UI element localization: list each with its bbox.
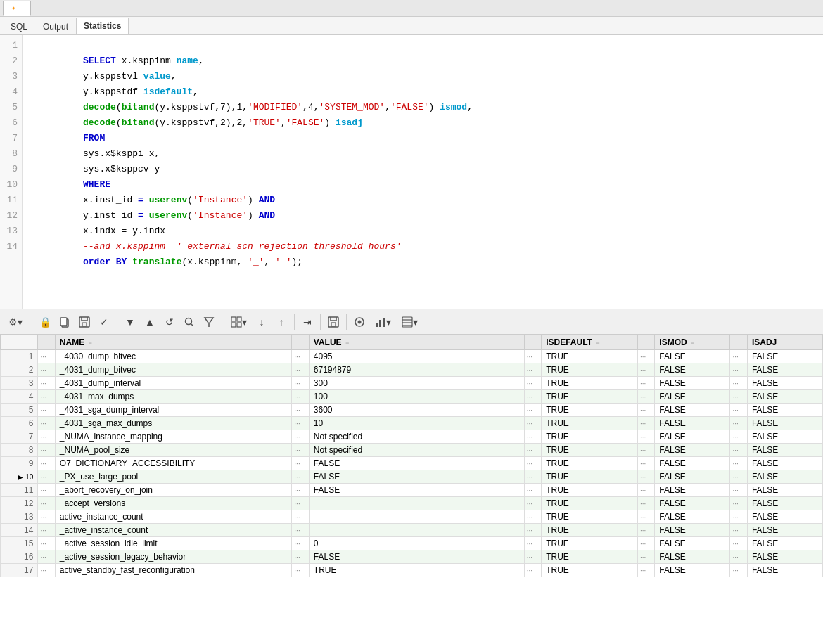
table-row[interactable]: 2···_4031_dump_bitvec···67194879···TRUE·…: [1, 363, 823, 377]
indent-button[interactable]: ⇥: [298, 313, 317, 331]
cell-indicator-4: ···: [637, 457, 654, 470]
query-tab[interactable]: 🔸: [3, 1, 31, 16]
cell-name: active_standby_fast_reconfiguration: [55, 564, 291, 577]
run-up-button[interactable]: ▲: [141, 313, 159, 331]
save-state-button[interactable]: [75, 313, 94, 331]
check-button[interactable]: ✓: [95, 313, 113, 331]
cell-indicator-2: ···: [292, 350, 309, 363]
cell-indicator-3: ···: [524, 417, 541, 430]
table-row[interactable]: 7···_NUMA_instance_mapping···Not specifi…: [1, 430, 823, 444]
cell-value: 100: [309, 390, 524, 404]
tab-sql[interactable]: SQL: [3, 18, 35, 34]
cell-isdefault: TRUE: [542, 537, 638, 550]
cell-rownum: 6: [1, 417, 38, 430]
table-row[interactable]: 3···_4031_dump_interval···300···TRUE···F…: [1, 377, 823, 390]
cell-indicator-3: ···: [524, 377, 541, 390]
run-down-button[interactable]: ▼: [121, 313, 139, 331]
cell-isdefault: TRUE: [542, 470, 638, 484]
cell-name: _4031_sga_dump_interval: [55, 404, 291, 417]
cell-isadj: FALSE: [747, 404, 822, 417]
sep-1: [32, 314, 32, 330]
svg-rect-17: [383, 318, 385, 327]
cell-ismod: FALSE: [655, 377, 730, 390]
svg-rect-8: [237, 317, 241, 321]
cell-value: FALSE: [309, 484, 524, 497]
cell-isadj: FALSE: [747, 444, 822, 457]
table-row[interactable]: 11···_abort_recovery_on_join···FALSE···T…: [1, 484, 823, 497]
settings-button[interactable]: ⚙▾: [3, 313, 28, 331]
copy-button[interactable]: [56, 313, 74, 331]
cell-indicator-4: ···: [637, 564, 654, 577]
cell-indicator-1: ···: [38, 377, 55, 390]
tab-output[interactable]: Output: [35, 18, 76, 34]
cell-indicator-3: ···: [524, 404, 541, 417]
connect-button[interactable]: [350, 313, 369, 331]
sql-editor[interactable]: 1 2 3 4 5 6 7 8 9 10 11 12 13 14 SELECT …: [0, 35, 823, 309]
table-row[interactable]: 12···_accept_versions······TRUE···FALSE·…: [1, 497, 823, 510]
cell-value: [309, 524, 524, 537]
cell-indicator-1: ···: [38, 363, 55, 377]
cell-isadj: FALSE: [747, 350, 822, 363]
cell-indicator-4: ···: [637, 497, 654, 510]
col-header-isadj[interactable]: ISADJ: [747, 335, 822, 350]
col-header-ismod[interactable]: ISMOD ≡: [655, 335, 730, 350]
cell-isdefault: TRUE: [542, 484, 638, 497]
disk-button[interactable]: [324, 313, 343, 331]
cell-rownum: 11: [1, 484, 38, 497]
arrow-down-button[interactable]: ↓: [253, 313, 271, 331]
table-row[interactable]: 4···_4031_max_dumps···100···TRUE···FALSE…: [1, 390, 823, 404]
cell-indicator-1: ···: [38, 484, 55, 497]
cell-indicator-4: ···: [637, 417, 654, 430]
cell-indicator-3: ···: [524, 430, 541, 444]
grid-button[interactable]: ▾: [226, 313, 251, 331]
cell-ismod: FALSE: [655, 350, 730, 363]
cell-indicator-4: ···: [637, 404, 654, 417]
chart-button[interactable]: ▾: [370, 313, 395, 331]
cell-value: 10: [309, 417, 524, 430]
table-row[interactable]: 15···_active_session_idle_limit···0···TR…: [1, 537, 823, 550]
arrow-up-button[interactable]: ↑: [272, 313, 291, 331]
cell-isdefault: TRUE: [542, 457, 638, 470]
line-num-13: 13: [4, 224, 18, 239]
grid-container[interactable]: NAME ≡ VALUE ≡ ISDEFAULT ≡ ISMOD ≡ ISADJ…: [0, 335, 823, 644]
cell-value: FALSE: [309, 457, 524, 470]
col-header-name[interactable]: NAME ≡: [55, 335, 291, 350]
table-row[interactable]: 14···_active_instance_count······TRUE···…: [1, 524, 823, 537]
col-header-value[interactable]: VALUE ≡: [309, 335, 524, 350]
code-lines: SELECT x.ksppinm name, y.ksppstvl value,…: [23, 35, 823, 309]
search-button[interactable]: [180, 313, 198, 331]
cell-indicator-2: ···: [292, 564, 309, 577]
cell-ismod: FALSE: [655, 363, 730, 377]
table-row[interactable]: 5···_4031_sga_dump_interval···3600···TRU…: [1, 404, 823, 417]
cell-isadj: FALSE: [747, 390, 822, 404]
table-row[interactable]: 13···active_instance_count······TRUE···F…: [1, 510, 823, 524]
col-header-ind3: [524, 335, 541, 350]
cell-isdefault: TRUE: [542, 550, 638, 564]
cell-indicator-5: ···: [730, 510, 747, 524]
svg-rect-10: [237, 323, 241, 327]
lock-button[interactable]: 🔒: [36, 313, 54, 331]
table-row[interactable]: 17···active_standby_fast_reconfiguration…: [1, 564, 823, 577]
cell-name: _active_session_idle_limit: [55, 537, 291, 550]
cell-indicator-5: ···: [730, 550, 747, 564]
table-row[interactable]: 8···_NUMA_pool_size···Not specified···TR…: [1, 444, 823, 457]
tab-bar: 🔸: [0, 0, 823, 17]
table-row[interactable]: ▶ 10···_PX_use_large_pool···FALSE···TRUE…: [1, 470, 823, 484]
cell-indicator-3: ···: [524, 444, 541, 457]
tab-statistics[interactable]: Statistics: [76, 18, 129, 34]
cell-isadj: FALSE: [747, 564, 822, 577]
col-header-isdefault[interactable]: ISDEFAULT ≡: [542, 335, 638, 350]
cell-isdefault: TRUE: [542, 350, 638, 363]
filter-button[interactable]: [200, 313, 218, 331]
table-row[interactable]: 6···_4031_sga_max_dumps···10···TRUE···FA…: [1, 417, 823, 430]
cell-name: _4030_dump_bitvec: [55, 350, 291, 363]
table-row[interactable]: 1···_4030_dump_bitvec···4095···TRUE···FA…: [1, 350, 823, 363]
table-row[interactable]: 16···_active_session_legacy_behavior···F…: [1, 550, 823, 564]
table-row[interactable]: 9···O7_DICTIONARY_ACCESSIBILITY···FALSE·…: [1, 457, 823, 470]
table-view-button[interactable]: ▾: [397, 313, 422, 331]
cell-isdefault: TRUE: [542, 430, 638, 444]
svg-rect-9: [231, 323, 236, 327]
cell-ismod: FALSE: [655, 470, 730, 484]
refresh-button[interactable]: ↺: [160, 313, 179, 331]
code-line-1: SELECT x.ksppinm name,: [28, 38, 817, 53]
